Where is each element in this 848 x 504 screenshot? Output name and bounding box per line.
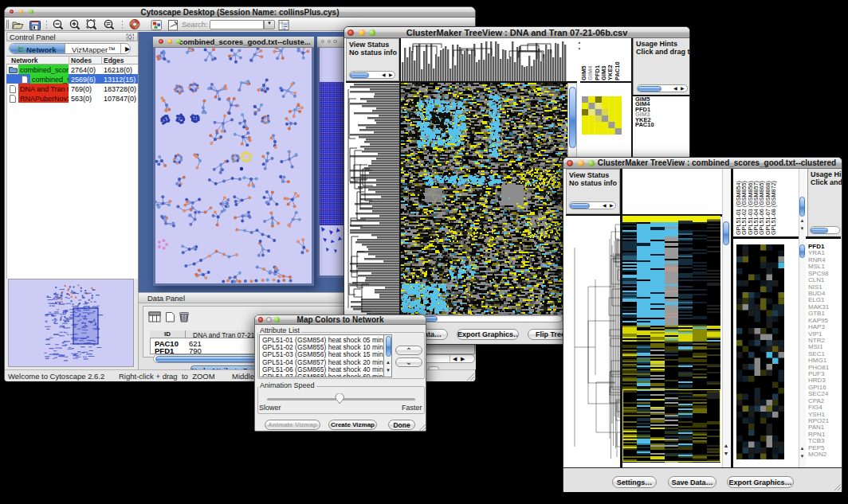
svg-text:PAC10: PAC10 [614,61,621,80]
svg-text:GPL51-08 (GSM872): GPL51-08 (GSM872) [770,181,777,235]
